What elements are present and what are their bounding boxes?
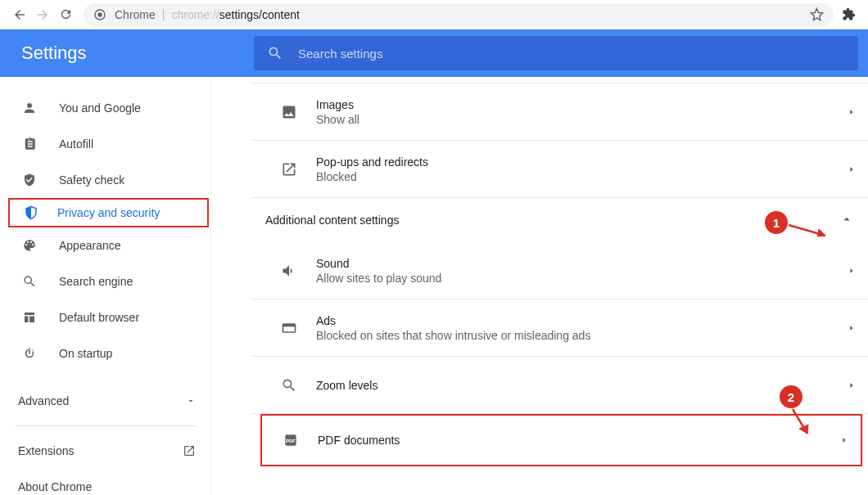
sidebar-advanced[interactable]: Advanced [0, 383, 210, 419]
star-icon[interactable] [810, 7, 824, 21]
sidebar-label: Safety check [59, 173, 124, 187]
pdf-icon: PDF [282, 432, 300, 448]
content-row-ads[interactable]: Ads Blocked on sites that show intrusive… [251, 299, 868, 357]
chevron-right-icon [835, 108, 868, 116]
extensions-label: Extensions [18, 444, 74, 457]
sidebar-item-default-browser[interactable]: Default browser [0, 299, 210, 335]
sidebar-label: On startup [59, 347, 112, 360]
content-row-images[interactable]: Images Show all [251, 83, 868, 141]
ads-icon [280, 320, 298, 336]
sidebar-item-autofill[interactable]: Autofill [0, 126, 210, 162]
palette-icon [21, 238, 38, 253]
highlight-pdf: PDF PDF documents [260, 414, 862, 466]
row-title: Images [316, 98, 835, 111]
svg-marker-7 [817, 229, 825, 236]
callout-1: 1 [765, 211, 788, 234]
search-input[interactable] [298, 47, 845, 61]
row-title: PDF documents [318, 434, 828, 447]
sidebar-label: Default browser [59, 311, 139, 324]
sidebar-item-on-startup[interactable]: On startup [0, 335, 210, 371]
body-wrap: You and Google Autofill Safety check Pri… [0, 77, 868, 495]
search-icon [21, 274, 38, 289]
row-title: Zoom levels [316, 379, 835, 392]
row-sub: Allow sites to play sound [316, 272, 835, 285]
sidebar-label: Search engine [59, 275, 133, 288]
row-title: Sound [316, 257, 835, 270]
browser-icon [21, 310, 38, 325]
site-icon [93, 8, 106, 21]
reload-button[interactable] [54, 3, 77, 26]
content-row-pdf[interactable]: PDF PDF documents [262, 416, 861, 465]
content-row-popups[interactable]: Pop-ups and redirects Blocked [251, 141, 868, 198]
chevron-right-icon [835, 267, 868, 275]
callout-2: 2 [780, 385, 802, 408]
sidebar-item-you-and-google[interactable]: You and Google [0, 90, 210, 126]
url-host: chrome:// [171, 8, 219, 21]
settings-header: Settings [0, 29, 868, 77]
row-sub: Show all [316, 113, 835, 126]
separator [15, 425, 196, 426]
address-bar[interactable]: Chrome | chrome://settings/content [84, 3, 834, 26]
caret-down-icon [186, 396, 196, 406]
divider: | [162, 8, 165, 21]
chevron-right-icon [835, 381, 868, 389]
chevron-up-icon [839, 212, 854, 229]
row-sub: Blocked [316, 170, 835, 183]
shield-icon [23, 205, 39, 220]
sidebar-item-privacy-security[interactable]: Privacy and security [8, 198, 209, 227]
sidebar: You and Google Autofill Safety check Pri… [0, 77, 211, 495]
svg-rect-3 [283, 324, 296, 326]
browser-bar: Chrome | chrome://settings/content [0, 0, 868, 29]
sound-icon [280, 263, 298, 279]
about-label: About Chrome [18, 480, 92, 493]
sidebar-label: Autofill [59, 137, 93, 151]
sidebar-about-chrome[interactable]: About Chrome [0, 469, 210, 495]
chevron-right-icon [835, 324, 868, 332]
site-name: Chrome [115, 8, 156, 21]
chevron-right-icon [828, 436, 861, 444]
extensions-icon[interactable] [837, 7, 860, 21]
row-title: Pop-ups and redirects [316, 155, 835, 169]
open-external-icon [183, 444, 196, 457]
row-sub: Blocked on sites that show intrusive or … [316, 329, 835, 342]
popup-icon [280, 161, 298, 178]
advanced-label: Advanced [18, 394, 69, 407]
sidebar-label: Privacy and security [57, 206, 160, 219]
svg-point-1 [97, 12, 102, 16]
settings-title: Settings [0, 43, 254, 64]
callout-arrow-1 [784, 216, 834, 244]
sidebar-label: Appearance [59, 239, 121, 252]
sidebar-item-appearance[interactable]: Appearance [0, 227, 210, 263]
sidebar-extensions[interactable]: Extensions [0, 433, 210, 469]
callout-arrow-2 [786, 406, 819, 442]
image-icon [280, 104, 298, 120]
cut-off-row [251, 77, 868, 83]
section-label: Additional content settings [265, 214, 399, 227]
forward-button[interactable] [31, 3, 54, 26]
person-icon [21, 101, 38, 115]
url-path: settings/content [219, 8, 300, 21]
zoom-icon [280, 377, 298, 394]
content-main: Images Show all Pop-ups and redirects Bl… [211, 77, 868, 495]
row-title: Ads [316, 314, 835, 327]
power-icon [21, 346, 38, 361]
shield-check-icon [21, 173, 38, 187]
back-button[interactable] [8, 3, 31, 26]
search-icon [267, 45, 283, 61]
sidebar-item-search-engine[interactable]: Search engine [0, 263, 210, 299]
svg-text:PDF: PDF [286, 439, 296, 443]
sidebar-label: You and Google [59, 101, 141, 115]
sidebar-item-safety-check[interactable]: Safety check [0, 162, 210, 198]
content-row-sound[interactable]: Sound Allow sites to play sound [251, 242, 868, 299]
search-settings[interactable] [254, 36, 858, 70]
clipboard-icon [21, 137, 38, 151]
chevron-right-icon [835, 165, 868, 173]
content-row-zoom[interactable]: Zoom levels [251, 357, 868, 414]
